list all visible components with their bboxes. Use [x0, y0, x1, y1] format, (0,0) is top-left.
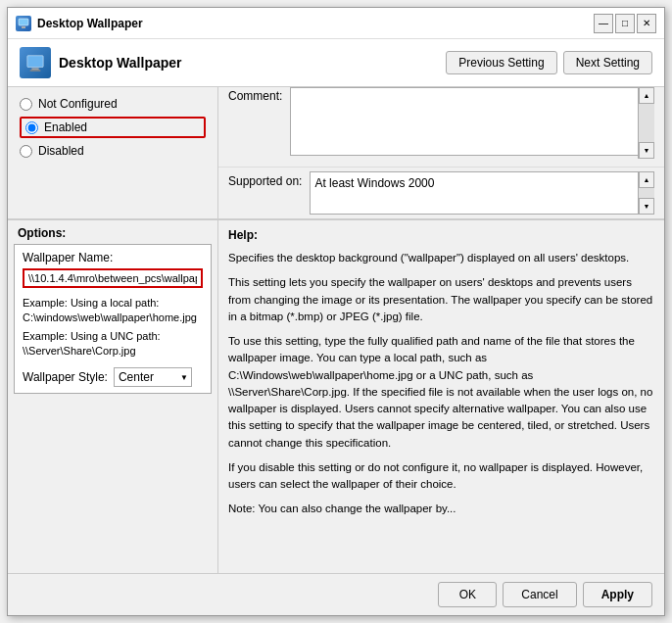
style-label: Wallpaper Style: — [23, 370, 108, 384]
comment-box-wrapper: ▲ ▼ — [290, 87, 654, 159]
help-paragraph-2: This setting lets you specify the wallpa… — [228, 274, 654, 325]
supported-scroll-up[interactable]: ▲ — [639, 171, 654, 188]
header-buttons: Previous Setting Next Setting — [446, 51, 652, 74]
help-paragraph-4: If you disable this setting or do not co… — [228, 459, 654, 494]
radio-disabled-label: Disabled — [38, 144, 84, 158]
supported-section: Supported on: At least Windows 2000 ▲ ▼ — [218, 167, 664, 218]
help-pane: Help: Specifies the desktop background (… — [218, 220, 664, 573]
options-help-row: Options: Wallpaper Name: Example: Using … — [8, 219, 664, 573]
help-paragraph-3: To use this setting, type the fully qual… — [228, 333, 654, 452]
window-title: Desktop Wallpaper — [37, 17, 143, 30]
comment-label: Comment: — [228, 87, 282, 103]
help-paragraph-5: Note: You can also change the wallpaper … — [228, 501, 654, 517]
next-setting-button[interactable]: Next Setting — [563, 51, 652, 74]
title-bar-left: Desktop Wallpaper — [16, 16, 143, 31]
supported-label: Supported on: — [228, 171, 302, 188]
scroll-up-arrow[interactable]: ▲ — [639, 87, 654, 104]
radio-not-configured[interactable]: Not Configured — [20, 97, 206, 111]
radio-not-configured-label: Not Configured — [38, 97, 118, 111]
title-bar-controls: — □ ✕ — [594, 14, 656, 33]
comment-section: Comment: ▲ ▼ — [218, 87, 664, 167]
supported-box-wrapper: At least Windows 2000 ▲ ▼ — [310, 171, 654, 215]
radio-enabled-input[interactable] — [25, 121, 38, 134]
radio-panel: Not Configured Enabled Disabled — [8, 87, 218, 218]
supported-scrollbar: ▲ ▼ — [638, 171, 654, 215]
radio-disabled[interactable]: Disabled — [20, 144, 206, 158]
maximize-button[interactable]: □ — [615, 14, 635, 33]
example2-label: Example: Using a UNC path: \\Server\Shar… — [23, 329, 203, 359]
radio-enabled-label: Enabled — [44, 120, 87, 134]
previous-setting-button[interactable]: Previous Setting — [446, 51, 556, 74]
svg-rect-0 — [19, 19, 28, 25]
wallpaper-path-input[interactable] — [23, 268, 203, 288]
apply-button[interactable]: Apply — [583, 582, 652, 607]
title-bar: Desktop Wallpaper — □ ✕ — [8, 8, 664, 39]
minimize-button[interactable]: — — [594, 14, 613, 33]
help-paragraph-1: Specifies the desktop background ("wallp… — [228, 250, 654, 266]
options-pane: Options: Wallpaper Name: Example: Using … — [8, 220, 218, 573]
svg-rect-4 — [30, 70, 41, 71]
top-section: Not Configured Enabled Disabled Comm — [8, 87, 664, 219]
header-title: Desktop Wallpaper — [59, 55, 182, 71]
radio-enabled[interactable]: Enabled — [20, 117, 206, 138]
header-icon — [20, 47, 51, 78]
main-window: Desktop Wallpaper — □ ✕ Desktop Wallpape… — [7, 7, 665, 616]
scroll-down-arrow[interactable]: ▼ — [639, 142, 654, 159]
supported-value: At least Windows 2000 — [310, 171, 654, 215]
footer: OK Cancel Apply — [8, 573, 664, 615]
options-inner: Wallpaper Name: Example: Using a local p… — [14, 244, 212, 394]
wallpaper-name-label: Wallpaper Name: — [23, 251, 203, 264]
svg-rect-2 — [27, 56, 43, 68]
svg-rect-3 — [31, 68, 38, 70]
window-icon — [16, 16, 31, 31]
top-right-panel: Comment: ▲ ▼ Supported on: At least — [218, 87, 664, 218]
options-header: Options: — [8, 220, 217, 244]
radio-disabled-input[interactable] — [20, 145, 32, 158]
supported-scroll-down[interactable]: ▼ — [639, 198, 654, 215]
comment-scrollbar: ▲ ▼ — [638, 87, 654, 159]
radio-not-configured-input[interactable] — [20, 98, 32, 111]
supported-scroll-track — [639, 188, 654, 198]
comment-textarea[interactable] — [290, 87, 654, 156]
main-content: Not Configured Enabled Disabled Comm — [8, 87, 664, 573]
radio-group: Not Configured Enabled Disabled — [20, 97, 206, 158]
style-select[interactable]: Center Fill Fit Stretch Tile Span — [114, 367, 192, 387]
help-header: Help: — [228, 228, 654, 242]
close-button[interactable]: ✕ — [637, 14, 656, 33]
header-left: Desktop Wallpaper — [20, 47, 182, 78]
header-bar: Desktop Wallpaper Previous Setting Next … — [8, 39, 664, 87]
cancel-button[interactable]: Cancel — [503, 582, 576, 607]
style-row: Wallpaper Style: Center Fill Fit Stretch… — [23, 367, 203, 387]
scroll-track — [639, 104, 654, 142]
style-select-wrapper: Center Fill Fit Stretch Tile Span ▼ — [114, 367, 192, 387]
svg-rect-1 — [22, 26, 25, 28]
ok-button[interactable]: OK — [438, 582, 497, 607]
example1-label: Example: Using a local path: C:\windows\… — [23, 296, 203, 326]
